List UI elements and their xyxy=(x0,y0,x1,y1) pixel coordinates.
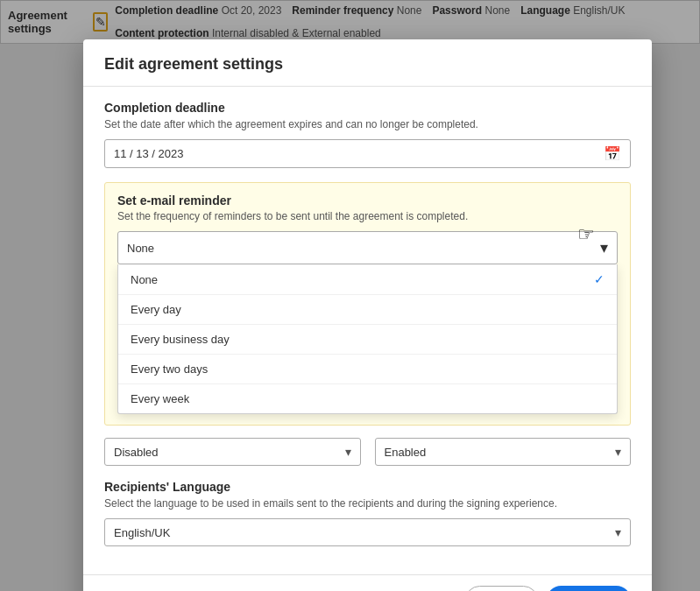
recipients-language-title: Recipients' Language xyxy=(104,480,631,494)
disabled-chevron-icon: ▾ xyxy=(345,445,351,459)
password-dropdowns-row: Disabled ▾ Enabled ▾ xyxy=(104,438,631,466)
cancel-button[interactable]: Cancel xyxy=(465,586,537,591)
modal-title: Edit agreement settings xyxy=(104,55,283,73)
modal-body: Completion deadline Set the date after w… xyxy=(83,87,652,574)
reminder-option-every-day[interactable]: Every day xyxy=(118,295,617,325)
calendar-icon[interactable]: 📅 xyxy=(604,145,621,162)
enabled-chevron-icon: ▾ xyxy=(615,445,621,459)
reminder-option-every-two-days[interactable]: Every two days xyxy=(118,355,617,384)
email-reminder-section: Set e-mail reminder Set the frequency of… xyxy=(104,182,631,426)
date-input[interactable] xyxy=(114,147,604,160)
date-input-wrapper[interactable]: 📅 xyxy=(104,139,631,168)
continue-button[interactable]: Continue xyxy=(547,586,631,591)
modal-footer: Cancel Continue xyxy=(83,574,652,591)
reminder-option-every-business-day[interactable]: Every business day xyxy=(118,325,617,355)
reminder-dropdown-trigger[interactable]: None ▾ xyxy=(117,231,618,264)
recipients-language-desc: Select the language to be used in emails… xyxy=(104,497,631,510)
reminder-selected-value: None xyxy=(127,242,154,255)
reminder-option-none[interactable]: None ✓ xyxy=(118,264,617,295)
reminder-chevron-icon: ▾ xyxy=(600,238,608,257)
reminder-option-every-week[interactable]: Every week xyxy=(118,384,617,413)
reminder-desc: Set the frequency of reminders to be sen… xyxy=(117,210,618,222)
reminder-dropdown-list: None ✓ Every day Every business day Ever… xyxy=(117,264,618,414)
modal-header: Edit agreement settings xyxy=(83,39,652,87)
completion-deadline-section: Completion deadline Set the date after w… xyxy=(104,101,631,168)
recipients-language-section: Recipients' Language Select the language… xyxy=(104,480,631,546)
language-dropdown-trigger[interactable]: English/UK ▾ xyxy=(104,518,631,546)
check-icon: ✓ xyxy=(594,272,605,286)
language-selected-value: English/UK xyxy=(114,526,170,539)
password-dropdown-disabled[interactable]: Disabled ▾ xyxy=(104,438,361,466)
language-chevron-icon: ▾ xyxy=(615,525,621,539)
password-dropdown-enabled[interactable]: Enabled ▾ xyxy=(375,438,632,466)
reminder-title: Set e-mail reminder xyxy=(117,193,618,208)
completion-deadline-desc: Set the date after which the agreement e… xyxy=(104,118,631,130)
edit-agreement-modal: Edit agreement settings Completion deadl… xyxy=(83,39,652,591)
completion-deadline-title: Completion deadline xyxy=(104,101,631,115)
